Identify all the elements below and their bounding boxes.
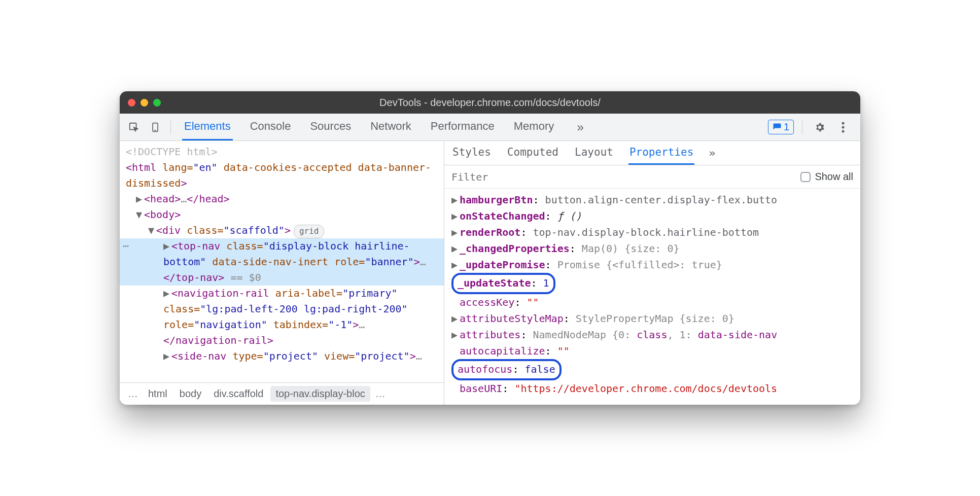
prop-attributes[interactable]: ▶attributes: NamedNodeMap {0: class, 1: … xyxy=(444,327,860,343)
svg-point-4 xyxy=(842,126,845,128)
prop-updatestate[interactable]: _updateState: 1 xyxy=(444,273,860,294)
prop-updatepromise[interactable]: ▶_updatePromise: Promise {<fulfilled>: t… xyxy=(444,257,860,273)
properties-list[interactable]: ▶hamburgerBtn: button.align-center.displ… xyxy=(444,189,860,405)
crumb-div-scaffold[interactable]: div.scaffold xyxy=(208,386,268,402)
filter-input[interactable] xyxy=(451,171,794,183)
issues-count: 1 xyxy=(784,121,789,133)
dom-tree[interactable]: <!DOCTYPE html> <html lang="en" data-coo… xyxy=(120,141,444,382)
breadcrumb-overflow-right[interactable]: … xyxy=(372,388,389,400)
prop-onstatechanged[interactable]: ▶onStateChanged: ƒ () xyxy=(444,208,860,224)
content-area: <!DOCTYPE html> <html lang="en" data-coo… xyxy=(120,141,860,405)
window-controls xyxy=(128,99,161,107)
tab-memory[interactable]: Memory xyxy=(512,114,556,140)
grid-badge[interactable]: grid xyxy=(294,225,325,238)
separator xyxy=(170,120,171,134)
prop-hamburgerbtn[interactable]: ▶hamburgerBtn: button.align-center.displ… xyxy=(444,192,860,208)
dom-top-nav-selected[interactable]: ▶<top-nav class="display-block hairline-… xyxy=(120,238,444,286)
dom-doctype[interactable]: <!DOCTYPE html> xyxy=(120,144,444,160)
tab-performance[interactable]: Performance xyxy=(429,114,497,140)
tab-sources[interactable]: Sources xyxy=(308,114,353,140)
tab-elements[interactable]: Elements xyxy=(182,114,233,140)
highlight-circle: autofocus: false xyxy=(451,359,562,380)
breadcrumb: … html body div.scaffold top-nav.display… xyxy=(120,382,444,405)
more-tabs-icon[interactable]: » xyxy=(571,118,589,136)
show-all-label: Show all xyxy=(815,171,853,183)
kebab-menu-icon[interactable] xyxy=(834,118,852,136)
titlebar: DevTools - developer.chrome.com/docs/dev… xyxy=(120,91,860,114)
prop-changedproperties[interactable]: ▶_changedProperties: Map(0) {size: 0} xyxy=(444,240,860,257)
show-all-toggle[interactable]: Show all xyxy=(800,171,853,183)
breadcrumb-overflow-left[interactable]: … xyxy=(125,388,141,400)
settings-icon[interactable] xyxy=(811,118,829,136)
tab-console[interactable]: Console xyxy=(248,114,293,140)
prop-autocapitalize[interactable]: autocapitalize: "" xyxy=(444,343,860,359)
dom-div-scaffold[interactable]: ▼<div class="scaffold">grid xyxy=(120,223,444,238)
crumb-top-nav[interactable]: top-nav.display-bloc xyxy=(270,386,370,402)
svg-point-5 xyxy=(842,130,845,132)
tab-network[interactable]: Network xyxy=(368,114,413,140)
prop-attributestylemap[interactable]: ▶attributeStyleMap: StylePropertyMap {si… xyxy=(444,310,860,327)
dom-head[interactable]: ▶<head>…</head> xyxy=(120,191,444,207)
sidebar-tabs: Styles Computed Layout Properties » xyxy=(444,141,860,165)
dom-navigation-rail[interactable]: ▶<navigation-rail aria-label="primary" c… xyxy=(120,286,444,348)
prop-autofocus[interactable]: autofocus: false xyxy=(444,359,860,380)
devtools-window: DevTools - developer.chrome.com/docs/dev… xyxy=(120,91,860,405)
separator xyxy=(802,120,802,134)
crumb-body[interactable]: body xyxy=(174,386,206,402)
dom-side-nav[interactable]: ▶<side-nav type="project" view="project"… xyxy=(120,348,444,364)
close-icon[interactable] xyxy=(128,99,135,107)
device-toggle-icon[interactable] xyxy=(146,118,164,136)
highlight-circle: _updateState: 1 xyxy=(451,273,555,294)
sidebar-pane: Styles Computed Layout Properties » Show… xyxy=(444,141,860,405)
subtab-layout[interactable]: Layout xyxy=(574,141,614,165)
minimize-icon[interactable] xyxy=(141,99,148,107)
filter-bar: Show all xyxy=(444,165,860,189)
svg-point-3 xyxy=(842,122,845,124)
prop-baseuri[interactable]: baseURI: "https://developer.chrome.com/d… xyxy=(444,380,860,397)
subtab-computed[interactable]: Computed xyxy=(506,141,559,165)
subtab-properties[interactable]: Properties xyxy=(628,141,694,165)
checkbox-icon[interactable] xyxy=(800,172,811,182)
dom-body[interactable]: ▼<body> xyxy=(120,207,444,223)
subtab-styles[interactable]: Styles xyxy=(451,141,492,165)
dom-html[interactable]: <html lang="en" data-cookies-accepted da… xyxy=(120,160,444,191)
main-tabs: Elements Console Sources Network Perform… xyxy=(177,114,765,140)
prop-renderroot[interactable]: ▶renderRoot: top-nav.display-block.hairl… xyxy=(444,224,860,240)
inspect-icon[interactable] xyxy=(125,118,143,136)
more-subtabs-icon[interactable]: » xyxy=(709,147,715,159)
elements-panel: <!DOCTYPE html> <html lang="en" data-coo… xyxy=(120,141,444,405)
window-title: DevTools - developer.chrome.com/docs/dev… xyxy=(120,97,860,109)
main-toolbar: Elements Console Sources Network Perform… xyxy=(120,114,860,141)
crumb-html[interactable]: html xyxy=(143,386,172,402)
prop-accesskey[interactable]: accessKey: "" xyxy=(444,294,860,310)
issues-badge[interactable]: 1 xyxy=(768,120,794,134)
maximize-icon[interactable] xyxy=(153,99,161,107)
